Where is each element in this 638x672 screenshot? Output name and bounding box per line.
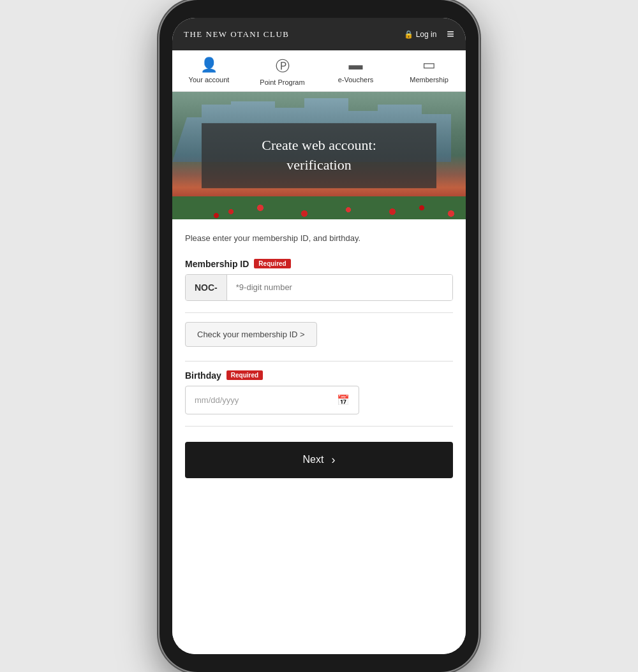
tab-e-vouchers[interactable]: ▬ e-Vouchers (319, 50, 392, 91)
membership-id-required-badge: Required (254, 259, 290, 268)
point-program-icon: Ⓟ (276, 57, 290, 76)
tab-your-account[interactable]: 👤 Your account (172, 50, 246, 91)
hero-text-box: Create web account: verification (202, 123, 436, 188)
top-bar-right: 🔒 Log in ≡ (404, 27, 454, 41)
lock-icon: 🔒 (404, 30, 413, 39)
hero-title: Create web account: verification (221, 136, 417, 175)
main-content: Please enter your membership ID, and bir… (172, 219, 466, 654)
your-account-icon: 👤 (200, 57, 218, 73)
e-vouchers-label: e-Vouchers (338, 76, 374, 84)
birthday-placeholder: mm/dd/yyyy (195, 395, 239, 405)
login-label: Log in (416, 30, 437, 39)
birthday-label: Birthday Required (185, 370, 453, 381)
e-vouchers-icon: ▬ (349, 57, 363, 73)
membership-id-field-group: Membership ID Required NOC- (185, 259, 453, 301)
your-account-label: Your account (189, 76, 230, 84)
birthday-field-group: Birthday Required mm/dd/yyyy 📅 (185, 370, 453, 414)
point-program-label: Point Program (260, 78, 304, 86)
birthday-label-text: Birthday (185, 370, 221, 381)
check-membership-label: Check your membership ID > (197, 330, 305, 339)
membership-label: Membership (410, 76, 449, 84)
nav-tabs: 👤 Your account Ⓟ Point Program ▬ e-Vouch… (172, 50, 466, 92)
top-bar: THE NEW OTANI CLUB 🔒 Log in ≡ (172, 18, 466, 50)
hero-title-line1: Create web account: (262, 137, 376, 153)
next-chevron-icon: › (331, 453, 335, 467)
calendar-icon: 📅 (337, 394, 350, 406)
hero-banner: Create web account: verification (172, 92, 466, 219)
tab-membership[interactable]: ▭ Membership (392, 50, 466, 91)
membership-input-row: NOC- (185, 274, 453, 301)
phone-frame: THE NEW OTANI CLUB 🔒 Log in ≡ 👤 Your acc… (160, 0, 478, 672)
noc-prefix: NOC- (186, 275, 227, 300)
membership-id-label-text: Membership ID (185, 259, 249, 269)
membership-number-input[interactable] (227, 275, 452, 300)
brand-logo: THE NEW OTANI CLUB (184, 29, 289, 40)
membership-icon: ▭ (422, 57, 436, 73)
check-membership-button[interactable]: Check your membership ID > (185, 322, 317, 347)
hero-title-line2: verification (286, 157, 351, 173)
phone-screen: THE NEW OTANI CLUB 🔒 Log in ≡ 👤 Your acc… (172, 18, 466, 654)
birthday-input-container[interactable]: mm/dd/yyyy 📅 (185, 386, 359, 414)
divider-1 (185, 312, 453, 313)
divider-2 (185, 361, 453, 362)
divider-3 (185, 426, 453, 427)
next-button[interactable]: Next › (185, 442, 453, 478)
form-description: Please enter your membership ID, and bir… (185, 232, 453, 245)
hamburger-icon[interactable]: ≡ (447, 27, 454, 41)
login-button[interactable]: 🔒 Log in (404, 30, 437, 39)
membership-id-label: Membership ID Required (185, 259, 453, 269)
birthday-required-badge: Required (226, 370, 263, 380)
tab-point-program[interactable]: Ⓟ Point Program (246, 50, 319, 91)
next-button-label: Next (303, 454, 324, 465)
